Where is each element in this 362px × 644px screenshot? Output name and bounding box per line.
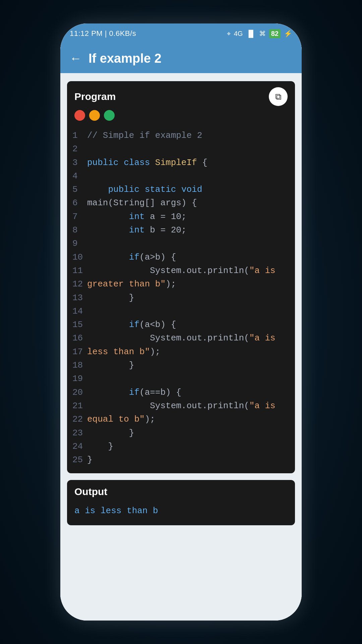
- bluetooth-icon: ⌖: [227, 30, 231, 38]
- code-line: 3public class SimpleIf {: [72, 156, 290, 169]
- line-number: 23: [72, 426, 87, 440]
- token: }: [87, 428, 134, 438]
- line-number: 7: [72, 210, 87, 223]
- line-number: 15: [72, 318, 87, 331]
- line-number: 3: [72, 156, 87, 169]
- line-content: System.out.println("a is: [87, 399, 276, 413]
- program-title: Program: [74, 91, 116, 102]
- line-content: }: [87, 291, 134, 305]
- green-light: [104, 110, 115, 121]
- line-number: 20: [72, 386, 87, 399]
- token: void: [181, 184, 202, 195]
- token: static: [145, 184, 176, 195]
- code-line: 21 System.out.println("a is: [72, 399, 290, 413]
- token: }: [87, 441, 113, 451]
- line-number: 18: [72, 359, 87, 372]
- code-line: 5 public static void: [72, 183, 290, 196]
- token: "a is: [249, 333, 276, 343]
- token: );: [166, 279, 176, 289]
- line-number: 22: [72, 413, 87, 426]
- code-line: 7 int a = 10;: [72, 210, 290, 223]
- token: {: [197, 158, 207, 168]
- line-number: 6: [72, 196, 87, 210]
- line-number: 8: [72, 223, 87, 237]
- network-icon: 4G: [234, 30, 243, 38]
- token: [119, 158, 124, 168]
- token: [139, 184, 145, 195]
- line-content: public class SimpleIf {: [87, 156, 207, 169]
- code-line: 8 int b = 20;: [72, 223, 290, 237]
- token: }: [87, 455, 93, 465]
- copy-button[interactable]: ⧉: [269, 87, 288, 106]
- code-line: 9: [72, 237, 290, 250]
- code-line: 16 System.out.println("a is: [72, 331, 290, 345]
- token: equal to b": [87, 414, 145, 424]
- line-content: greater than b");: [87, 277, 176, 291]
- line-content: }: [87, 359, 134, 372]
- token: [87, 212, 129, 222]
- signal-icon: ▐▌: [246, 30, 255, 38]
- token: System.out.println(: [87, 266, 249, 276]
- app-bar: ← If example 2: [60, 44, 302, 73]
- token: int: [129, 212, 145, 222]
- line-number: 21: [72, 399, 87, 413]
- output-text: a is less than b: [67, 501, 295, 525]
- status-icons: ⌖ 4G ▐▌ ⌘ 82 ⚡: [227, 29, 292, 38]
- line-number: 14: [72, 305, 87, 318]
- wifi-icon: ⌘: [259, 30, 266, 38]
- line-number: 4: [72, 169, 87, 183]
- code-card-header: Program ⧉: [67, 81, 295, 110]
- yellow-light: [89, 110, 100, 121]
- token: (a==b) {: [139, 387, 181, 397]
- program-card: Program ⧉ 1// Simple if example 223publi…: [67, 81, 295, 473]
- token: }: [87, 360, 134, 370]
- line-number: 10: [72, 251, 87, 264]
- code-line: 11 System.out.println("a is: [72, 264, 290, 277]
- code-line: 24 }: [72, 440, 290, 453]
- line-content: if(a>b) {: [87, 251, 176, 264]
- line-content: less than b");: [87, 345, 160, 359]
- line-content: System.out.println("a is: [87, 264, 276, 277]
- line-content: if(a==b) {: [87, 386, 181, 399]
- token: a = 10;: [145, 212, 187, 222]
- token: [87, 387, 129, 397]
- battery-level: 82: [269, 29, 281, 38]
- token: [87, 320, 129, 330]
- line-content: }: [87, 426, 134, 440]
- token: [87, 225, 129, 235]
- token: b = 20;: [145, 225, 187, 235]
- code-line: 10 if(a>b) {: [72, 251, 290, 264]
- line-number: 17: [72, 345, 87, 359]
- token: );: [145, 414, 155, 424]
- token: less than b": [87, 347, 150, 357]
- token: class: [124, 158, 150, 168]
- line-number: 2: [72, 142, 87, 156]
- phone-frame: 11:12 PM | 0.6KB/s ⌖ 4G ▐▌ ⌘ 82 ⚡ ← If e…: [60, 23, 302, 621]
- token: // Simple if example 2: [87, 130, 202, 141]
- line-number: 13: [72, 291, 87, 305]
- line-number: 25: [72, 453, 87, 467]
- code-line: 4: [72, 169, 290, 183]
- code-line: 25}: [72, 453, 290, 467]
- line-content: if(a<b) {: [87, 318, 176, 331]
- traffic-lights-row: [67, 110, 295, 125]
- token: );: [150, 347, 160, 357]
- back-button[interactable]: ←: [70, 52, 82, 64]
- code-line: 18 }: [72, 359, 290, 372]
- token: "a is: [249, 401, 276, 411]
- token: System.out.println(: [87, 333, 249, 343]
- line-number: 12: [72, 277, 87, 291]
- red-light: [74, 110, 85, 121]
- line-content: int b = 20;: [87, 223, 186, 237]
- status-bar: 11:12 PM | 0.6KB/s ⌖ 4G ▐▌ ⌘ 82 ⚡: [60, 23, 302, 44]
- token: [87, 252, 129, 262]
- code-line: 13 }: [72, 291, 290, 305]
- line-number: 11: [72, 264, 87, 277]
- token: greater than b": [87, 279, 166, 289]
- code-line: 20 if(a==b) {: [72, 386, 290, 399]
- output-header: Output: [67, 480, 295, 501]
- code-line: 22equal to b");: [72, 413, 290, 426]
- line-number: 5: [72, 183, 87, 196]
- token: main(String[] args) {: [87, 198, 197, 208]
- code-line: 6main(String[] args) {: [72, 196, 290, 210]
